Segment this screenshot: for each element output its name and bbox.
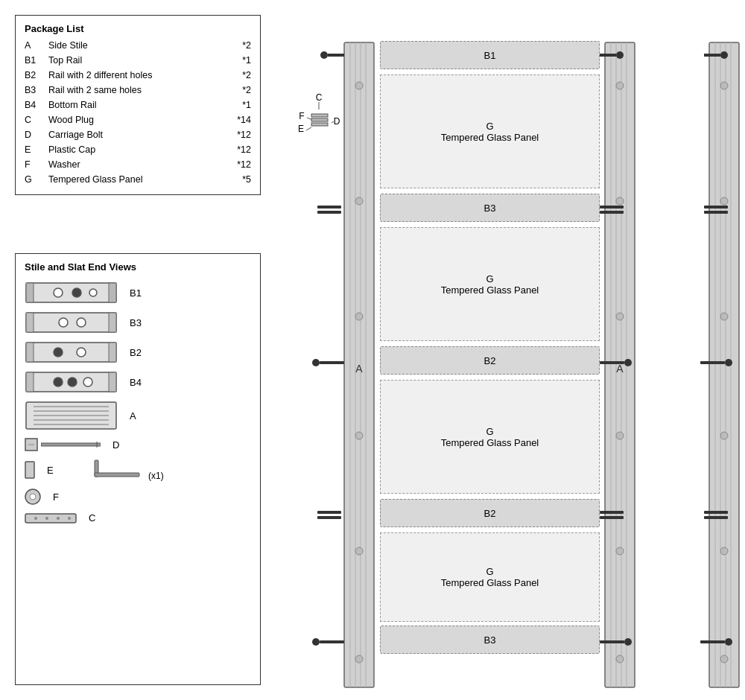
hw-equal-far-right2-icon [704,204,728,214]
package-list-box: Package List A Side Stile *2 B1 Top Rail… [15,15,261,195]
hw-connector-bot-left [311,637,344,649]
rail-b1-label: B1 [484,50,496,61]
item-name: Side Stile [48,38,224,53]
glass-panel-text-1: Tempered Glass Panel [441,132,539,143]
glass-g-label-1: G [486,121,493,132]
svg-point-21 [83,378,92,386]
svg-rect-1 [26,283,34,302]
svg-point-92 [312,359,320,366]
stile-a-left: A [343,41,375,689]
glass-panel-3: G Tempered Glass Panel [380,380,600,494]
svg-line-52 [306,127,311,130]
svg-rect-12 [26,343,34,362]
svg-rect-115 [704,516,728,519]
bolt-shaft-icon [41,442,101,448]
svg-rect-32 [25,462,34,478]
svg-point-109 [720,51,728,59]
hw-connector-mid-right-3 [600,509,624,522]
e-item: E [25,461,68,479]
hw-bolt-mid-left-icon [311,357,344,368]
end-view-a: A [25,401,251,430]
glass-panel-text-4: Tempered Glass Panel [441,577,539,588]
item-name: Bottom Rail [48,98,224,112]
svg-rect-91 [317,211,341,214]
svg-rect-110 [704,206,728,209]
item-name: Rail with 2 same holes [48,83,224,98]
item-name: Carriage Bolt [48,127,224,142]
svg-text:E: E [298,124,304,134]
svg-rect-93 [320,361,344,364]
profile-b4-icon [25,371,118,393]
hw-bolt-top-right1-icon [600,51,624,60]
end-view-f: F [25,489,251,505]
svg-point-63 [355,655,363,663]
item-qty: *14 [224,112,251,127]
item-name: Tempered Glass Panel [48,172,224,187]
profile-b3-icon [25,311,118,334]
list-item: C Wood Plug *14 [25,112,251,127]
rail-b3-1: B3 [380,194,600,222]
end-view-b4: B4 [25,371,251,393]
item-qty: *2 [224,68,251,83]
svg-rect-18 [109,372,116,392]
svg-point-19 [54,378,63,386]
profile-b1-icon [25,281,118,304]
svg-rect-11 [26,343,116,362]
stile-left-svg: A [343,41,375,689]
glass-panel-2: G Tempered Glass Panel [380,227,600,341]
svg-point-9 [59,318,68,327]
svg-point-41 [68,517,71,520]
hw-equal-1-icon [317,204,341,214]
hw-bolt-top-right2-icon [704,51,728,60]
package-list-title: Package List [25,23,251,34]
end-view-d: D [25,438,251,451]
item-qty: *2 [224,38,251,53]
svg-rect-114 [704,511,728,514]
svg-point-3 [54,288,63,297]
end-view-b1-label: B1 [130,287,150,299]
l-wrench-icon [93,459,145,481]
list-item: B1 Top Rail *1 [25,53,251,68]
item-id: C [25,112,48,127]
list-item: A Side Stile *2 [25,38,251,53]
hw-bolt-bot-left-icon [311,637,344,647]
hw-connector-mid-left-2 [311,357,344,370]
svg-rect-48 [311,123,328,126]
svg-point-40 [57,517,60,520]
plastic-cap-icon [25,461,35,479]
end-view-b2-label: B2 [130,347,150,358]
item-name: Top Rail [48,53,224,68]
svg-rect-0 [26,283,116,302]
svg-point-75 [616,655,624,663]
glass-panel-text-2: Tempered Glass Panel [441,284,539,296]
end-view-a-label: A [130,410,150,421]
end-view-b2: B2 [25,341,251,363]
hw-bolt-far-right-icon [700,357,733,368]
list-item: B2 Rail with 2 different holes *2 [25,68,251,83]
rail-b2-2: B2 [380,499,600,527]
item-id: A [25,38,48,53]
svg-text:F: F [299,111,304,121]
svg-point-99 [616,51,624,59]
item-id: B4 [25,98,48,112]
item-name: Rail with 2 different holes [48,68,224,83]
svg-point-84 [720,313,728,320]
svg-point-61 [355,432,363,439]
svg-rect-116 [700,640,725,643]
svg-rect-2 [109,283,116,302]
svg-point-73 [616,432,624,439]
hw-equal-far-right4-icon [704,509,728,520]
item-qty: *12 [224,127,251,142]
list-item: B4 Bottom Rail *1 [25,98,251,112]
svg-rect-105 [600,516,624,519]
glass-g-label-3: G [486,426,493,437]
svg-rect-94 [317,511,341,514]
svg-point-10 [77,318,86,327]
hw-bolt-top-left-icon [320,51,344,60]
svg-rect-106 [600,640,624,643]
list-item: D Carriage Bolt *12 [25,127,251,142]
hw-connector-far-right-5 [700,637,733,649]
list-item: E Plastic Cap *12 [25,142,251,157]
svg-rect-30 [41,443,101,446]
svg-rect-112 [700,361,725,364]
